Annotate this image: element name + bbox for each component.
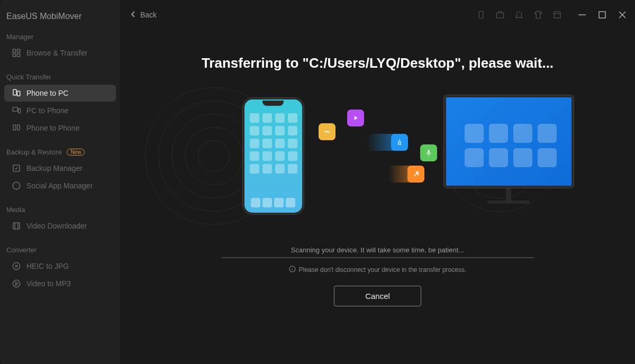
section-title-media: Media xyxy=(0,199,120,217)
sidebar-item-video-to-mp3[interactable]: Video to MP3 xyxy=(4,275,116,292)
backup-icon xyxy=(12,163,21,173)
sidebar-item-browse-transfer[interactable]: Browse & Transfer xyxy=(4,44,116,61)
pc-to-phone-icon xyxy=(12,106,21,115)
sidebar: EaseUS MobiMover Manager Browse & Transf… xyxy=(0,0,120,364)
app-title: EaseUS MobiMover xyxy=(0,0,120,26)
svg-rect-23 xyxy=(599,12,605,18)
video-to-audio-icon xyxy=(12,279,21,288)
svg-rect-3 xyxy=(17,54,20,57)
phone-device-graphic xyxy=(243,98,304,214)
titlebar: Back xyxy=(120,0,635,23)
sidebar-item-phone-to-pc[interactable]: Phone to PC xyxy=(4,85,116,102)
info-icon xyxy=(289,266,296,274)
svg-rect-2 xyxy=(13,54,15,57)
app-window: EaseUS MobiMover Manager Browse & Transf… xyxy=(0,0,635,364)
new-badge: New xyxy=(67,149,85,156)
sidebar-item-label: Video to MP3 xyxy=(26,279,71,288)
shirt-icon[interactable] xyxy=(533,10,543,20)
sidebar-item-label: HEIC to JPG xyxy=(26,262,69,270)
float-music-icon xyxy=(407,166,424,183)
transfer-headline: Transferring to "C:/Users/LYQ/Desktop", … xyxy=(202,55,554,71)
section-title-manager: Manager xyxy=(0,26,120,44)
sidebar-item-label: Social App Manager xyxy=(26,181,93,190)
sidebar-item-video-downloader[interactable]: Video Downloader xyxy=(4,217,116,234)
progress-bar xyxy=(222,257,534,258)
sidebar-sections: Manager Browse & Transfer Quick Transfer… xyxy=(0,26,120,364)
float-play-icon xyxy=(347,110,364,126)
sidebar-item-pc-to-phone[interactable]: PC to Phone xyxy=(4,102,116,119)
close-button[interactable] xyxy=(617,10,628,20)
svg-rect-0 xyxy=(13,49,15,52)
svg-rect-1 xyxy=(17,49,20,52)
film-icon xyxy=(12,221,21,231)
section-title-converter: Converter xyxy=(0,240,120,257)
window-controls xyxy=(577,10,628,20)
monitor-base xyxy=(487,201,530,204)
svg-rect-18 xyxy=(479,11,483,19)
toolbox-icon[interactable] xyxy=(495,10,505,20)
maximize-button[interactable] xyxy=(597,10,607,20)
content-area: Transferring to "C:/Users/LYQ/Desktop", … xyxy=(120,23,635,364)
svg-rect-8 xyxy=(13,125,16,130)
phone-dock xyxy=(250,198,297,207)
menu-icon[interactable] xyxy=(552,10,562,20)
svg-rect-4 xyxy=(13,89,16,95)
svg-rect-6 xyxy=(13,107,17,112)
float-mic-icon xyxy=(420,144,437,161)
progress-status-text: Scanning your device. It will take some … xyxy=(291,246,464,254)
phone-app-grid xyxy=(250,113,297,174)
sidebar-section-media: Media Video Downloader xyxy=(0,199,120,234)
titlebar-right xyxy=(476,10,628,20)
svg-rect-5 xyxy=(17,91,20,96)
section-title-text: Backup & Restore xyxy=(6,148,62,156)
float-wave-icon xyxy=(319,123,335,140)
warning-line: Please don't disconnect your device in t… xyxy=(289,266,466,274)
bell-icon[interactable] xyxy=(514,10,524,20)
phone-to-pc-icon xyxy=(12,88,21,98)
float-app-icon xyxy=(391,134,408,151)
sidebar-section-backup-restore: Backup & Restore New Backup Manager Soci… xyxy=(0,142,120,194)
progress-area: Scanning your device. It will take some … xyxy=(222,246,534,306)
monitor-screen xyxy=(444,95,574,188)
minimize-button[interactable] xyxy=(577,10,587,20)
sidebar-item-label: Phone to Phone xyxy=(26,124,79,132)
svg-rect-12 xyxy=(13,223,20,229)
svg-rect-7 xyxy=(19,108,21,113)
sidebar-item-heic-to-jpg[interactable]: HEIC to JPG xyxy=(4,258,116,275)
sidebar-item-phone-to-phone[interactable]: Phone to Phone xyxy=(4,120,116,136)
section-title-quick-transfer: Quick Transfer xyxy=(0,67,120,84)
image-convert-icon xyxy=(12,261,21,271)
back-label: Back xyxy=(140,11,157,19)
sidebar-item-label: PC to Phone xyxy=(26,106,68,115)
phone-to-phone-icon xyxy=(12,123,21,133)
monitor-stand xyxy=(506,188,511,201)
section-title-backup-restore: Backup & Restore New xyxy=(0,142,120,159)
sidebar-item-label: Video Downloader xyxy=(26,222,87,230)
chevron-left-icon xyxy=(131,11,136,20)
svg-marker-26 xyxy=(354,116,357,120)
svg-rect-20 xyxy=(554,12,560,18)
monitor-graphic xyxy=(444,95,574,204)
svg-marker-17 xyxy=(16,282,19,285)
warning-text: Please don't disconnect your device in t… xyxy=(299,266,466,274)
sidebar-item-backup-manager[interactable]: Backup Manager xyxy=(4,160,116,177)
svg-rect-19 xyxy=(496,13,504,18)
svg-point-16 xyxy=(13,280,20,287)
back-button[interactable]: Back xyxy=(131,11,157,20)
cancel-button[interactable]: Cancel xyxy=(334,286,421,306)
sidebar-item-label: Backup Manager xyxy=(26,164,83,172)
chat-icon xyxy=(12,181,21,190)
sidebar-item-social-app-manager[interactable]: Social App Manager xyxy=(4,177,116,194)
main-panel: Back Transferring to "C:/Users/LYQ/Deskt… xyxy=(120,0,635,364)
device-icon[interactable] xyxy=(476,10,486,20)
sidebar-item-label: Phone to PC xyxy=(26,89,68,97)
svg-rect-9 xyxy=(17,125,20,130)
sidebar-item-label: Browse & Transfer xyxy=(26,49,87,57)
phone-notch xyxy=(262,101,284,106)
sidebar-section-converter: Converter HEIC to JPG Video to MP3 xyxy=(0,240,120,292)
sidebar-section-quick-transfer: Quick Transfer Phone to PC PC to Phone xyxy=(0,67,120,136)
monitor-app-grid xyxy=(465,124,557,167)
sidebar-section-manager: Manager Browse & Transfer xyxy=(0,26,120,61)
transfer-illustration xyxy=(187,93,568,235)
grid-icon xyxy=(12,48,21,58)
